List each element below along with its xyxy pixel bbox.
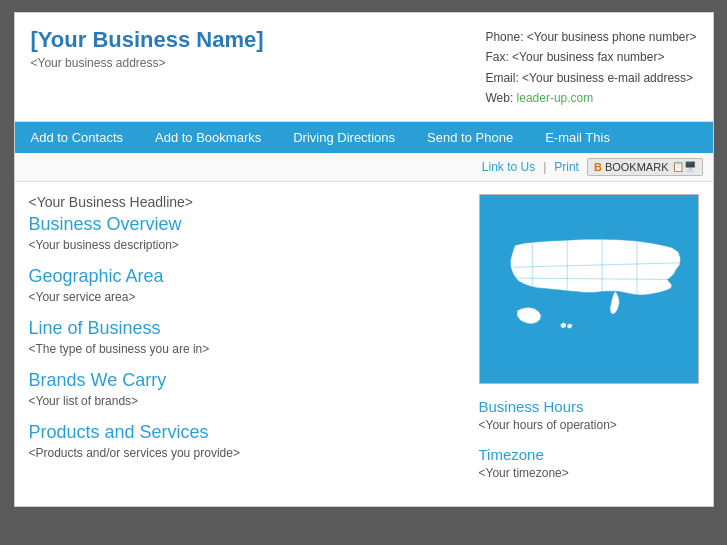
bookmark-label: BOOKMARK bbox=[605, 161, 669, 173]
geo-title: Geographic Area bbox=[29, 266, 465, 287]
business-hours-desc: <Your hours of operation> bbox=[479, 418, 699, 432]
svg-marker-1 bbox=[510, 239, 680, 295]
bookmark-extra-icons: 📋🖥️ bbox=[672, 161, 696, 172]
header-right: Phone: <Your business phone number> Fax:… bbox=[485, 27, 696, 109]
products-title: Products and Services bbox=[29, 422, 465, 443]
lob-title: Line of Business bbox=[29, 318, 465, 339]
overview-desc: <Your business description> bbox=[29, 238, 465, 252]
email-info: Email: <Your business e-mail address> bbox=[485, 68, 696, 88]
main-content: <Your Business Headline> Business Overvi… bbox=[15, 182, 713, 506]
print-link[interactable]: Print bbox=[554, 160, 579, 174]
business-headline: <Your Business Headline> bbox=[29, 194, 465, 210]
web-info: Web: leader-up.com bbox=[485, 88, 696, 108]
page-wrapper: [Your Business Name] <Your business addr… bbox=[14, 12, 714, 507]
nav-add-contacts[interactable]: Add to Contacts bbox=[15, 122, 140, 153]
right-column: Business Hours <Your hours of operation>… bbox=[479, 194, 699, 494]
web-label: Web: bbox=[485, 91, 516, 105]
us-map-svg bbox=[480, 195, 698, 383]
header: [Your Business Name] <Your business addr… bbox=[15, 13, 713, 122]
business-hours-title: Business Hours bbox=[479, 398, 699, 415]
toolbar: Link to Us | Print B BOOKMARK 📋🖥️ bbox=[15, 153, 713, 182]
overview-title: Business Overview bbox=[29, 214, 465, 235]
geo-desc: <Your service area> bbox=[29, 290, 465, 304]
fax-info: Fax: <Your business fax number> bbox=[485, 47, 696, 67]
link-to-us[interactable]: Link to Us bbox=[482, 160, 535, 174]
us-map bbox=[479, 194, 699, 384]
business-name: [Your Business Name] bbox=[31, 27, 264, 53]
brands-title: Brands We Carry bbox=[29, 370, 465, 391]
toolbar-separator: | bbox=[543, 160, 546, 174]
bookmark-button[interactable]: B BOOKMARK 📋🖥️ bbox=[587, 158, 703, 176]
bookmark-icon: B bbox=[594, 161, 602, 173]
nav-add-bookmarks[interactable]: Add to Bookmarks bbox=[139, 122, 277, 153]
web-link[interactable]: leader-up.com bbox=[517, 91, 594, 105]
navbar: Add to Contacts Add to Bookmarks Driving… bbox=[15, 122, 713, 153]
timezone-desc: <Your timezone> bbox=[479, 466, 699, 480]
left-column: <Your Business Headline> Business Overvi… bbox=[29, 194, 465, 494]
header-left: [Your Business Name] <Your business addr… bbox=[31, 27, 264, 109]
nav-email-this[interactable]: E-mail This bbox=[529, 122, 626, 153]
brands-desc: <Your list of brands> bbox=[29, 394, 465, 408]
nav-driving-directions[interactable]: Driving Directions bbox=[277, 122, 411, 153]
phone-info: Phone: <Your business phone number> bbox=[485, 27, 696, 47]
business-address: <Your business address> bbox=[31, 56, 264, 70]
nav-send-to-phone[interactable]: Send to Phone bbox=[411, 122, 529, 153]
timezone-title: Timezone bbox=[479, 446, 699, 463]
products-desc: <Products and/or services you provide> bbox=[29, 446, 465, 460]
lob-desc: <The type of business you are in> bbox=[29, 342, 465, 356]
